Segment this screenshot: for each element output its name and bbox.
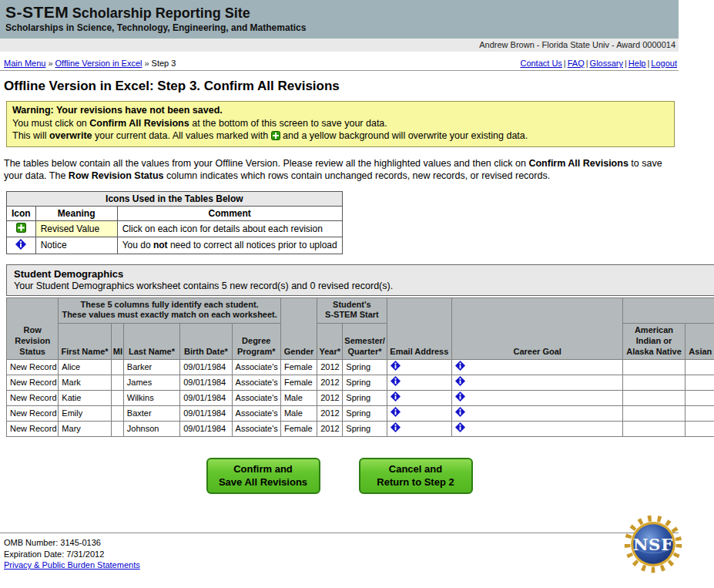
cell-gender: Male (280, 391, 317, 406)
cell-email (387, 360, 451, 375)
cell-american-indian (623, 406, 685, 422)
cell-mi (111, 360, 123, 375)
notice-icon[interactable] (455, 376, 465, 386)
cell-mi (111, 406, 123, 422)
confirm-save-button[interactable]: Confirm and Save All Revisions (206, 458, 320, 494)
faq-link[interactable]: FAQ (568, 59, 585, 68)
breadcrumb-main-menu[interactable]: Main Menu (4, 59, 45, 68)
col-header-asian: Asian (685, 324, 714, 360)
cell-last-name: James (123, 375, 179, 391)
notice-icon[interactable] (391, 422, 401, 432)
cell-first-name: Katie (59, 391, 111, 406)
breadcrumb-offline-version[interactable]: Offline Version in Excel (55, 59, 142, 68)
col-header-american-indian: American Indian or Alaska Native (623, 324, 685, 360)
warning-text: your current data. All values marked wit… (92, 130, 271, 141)
glossary-link[interactable]: Glossary (590, 59, 623, 68)
notice-icon[interactable] (455, 361, 465, 371)
privacy-statements-link[interactable]: Privacy & Public Burden Statements (4, 560, 140, 570)
cell-year: 2012 (317, 391, 343, 406)
nsf-logo: NSF (624, 513, 682, 578)
table-row: New Record Mary Johnson 09/01/1984 Assoc… (7, 422, 714, 437)
revised-value-icon (271, 131, 280, 140)
cell-degree-program: Associate's (232, 375, 280, 391)
cell-degree-program: Associate's (232, 391, 280, 406)
group-header-race-blank (623, 297, 714, 324)
cell-career-goal (452, 422, 623, 437)
user-info-bar: Andrew Brown - Florida State Univ - Awar… (0, 39, 679, 52)
cell-gender: Female (280, 360, 317, 375)
legend-row-revised: Revised Value Click on each icon for det… (7, 220, 343, 237)
cancel-return-button[interactable]: Cancel and Return to Step 2 (359, 458, 473, 494)
cell-semester: Spring (343, 391, 387, 406)
cell-last-name: Johnson (123, 422, 179, 437)
cell-first-name: Mary (59, 422, 111, 437)
intro-bold: Row Revision Status (69, 170, 164, 181)
cell-year: 2012 (317, 406, 343, 422)
nsf-logo-text: NSF (633, 535, 673, 554)
legend-col-icon: Icon (7, 206, 36, 220)
logout-link[interactable]: Logout (651, 59, 677, 68)
cell-birth-date: 09/01/1984 (180, 422, 232, 437)
notice-icon[interactable] (455, 422, 465, 432)
cell-career-goal (452, 406, 623, 422)
site-header: S-STEM Scholarship Reporting Site Schola… (0, 0, 679, 39)
cell-mi (111, 375, 123, 391)
breadcrumb-separator: » (142, 59, 151, 68)
link-divider: | (562, 59, 568, 68)
legend-meaning-revised: Revised Value (35, 220, 117, 237)
warning-text: This will (12, 130, 49, 141)
nsf-logo-graphic: NSF (624, 513, 682, 575)
demographics-header: Student Demographics Your Student Demogr… (6, 264, 714, 296)
cell-birth-date: 09/01/1984 (180, 406, 232, 422)
cell-degree-program: Associate's (232, 360, 280, 375)
notice-icon[interactable] (391, 407, 401, 417)
group-header-sstem-start: Student's S-STEM Start (317, 297, 387, 324)
cell-career-goal (452, 375, 623, 391)
demographics-title: Student Demographics (14, 268, 714, 280)
intro-text: column indicates which rows contain unch… (164, 170, 551, 181)
notice-icon[interactable] (391, 376, 401, 386)
notice-icon[interactable] (455, 391, 465, 402)
breadcrumb-separator: » (45, 59, 55, 68)
legend-caption-row: Icons Used in the Tables Below (7, 191, 343, 206)
group-identify-line1: These 5 columns fully identify each stud… (60, 300, 279, 311)
cell-birth-date: 09/01/1984 (180, 375, 232, 391)
legend-meaning-notice: Notice (35, 237, 117, 254)
cell-last-name: Baxter (123, 406, 179, 422)
cell-semester: Spring (343, 422, 387, 437)
site-subtitle: Scholarships in Science, Technology, Eng… (5, 22, 679, 33)
col-header-mi: MI (111, 324, 123, 360)
cell-asian (685, 391, 714, 406)
notice-icon (15, 239, 26, 250)
cell-email (387, 406, 451, 422)
notice-icon[interactable] (455, 407, 465, 417)
cell-american-indian (623, 391, 685, 406)
demographics-table: Row Revision Status These 5 columns full… (6, 297, 714, 438)
help-link[interactable]: Help (629, 59, 646, 68)
col-header-last-name: Last Name* (123, 324, 179, 360)
legend-col-comment: Comment (117, 206, 342, 220)
cell-gender: Female (280, 422, 317, 437)
cancel-button-line1: Cancel and (371, 463, 461, 475)
cell-american-indian (623, 375, 685, 391)
group-header-identify: These 5 columns fully identify each stud… (59, 297, 281, 324)
cell-mi (111, 422, 123, 437)
cell-last-name: Wilkins (123, 391, 179, 406)
notice-icon[interactable] (391, 361, 401, 371)
contact-us-link[interactable]: Contact Us (520, 59, 561, 68)
warning-text: You must click on (12, 118, 89, 129)
col-sem-line2: Quarter* (344, 347, 384, 358)
table-row: New Record Alice Barker 09/01/1984 Assoc… (7, 360, 714, 375)
cell-row-status: New Record (7, 375, 59, 391)
group-start-line2: S-STEM Start (319, 310, 384, 321)
col-header-gender: Gender (280, 297, 317, 360)
cell-first-name: Emily (59, 406, 111, 422)
legend-col-meaning: Meaning (35, 206, 117, 220)
col-header-year: Year* (317, 324, 343, 360)
notice-icon[interactable] (391, 391, 401, 402)
col-header-row-revision-status: Row Revision Status (7, 297, 59, 360)
cell-year: 2012 (317, 375, 343, 391)
cell-asian (685, 422, 714, 437)
table-row: New Record Katie Wilkins 09/01/1984 Asso… (7, 391, 714, 406)
cell-email (387, 422, 451, 437)
